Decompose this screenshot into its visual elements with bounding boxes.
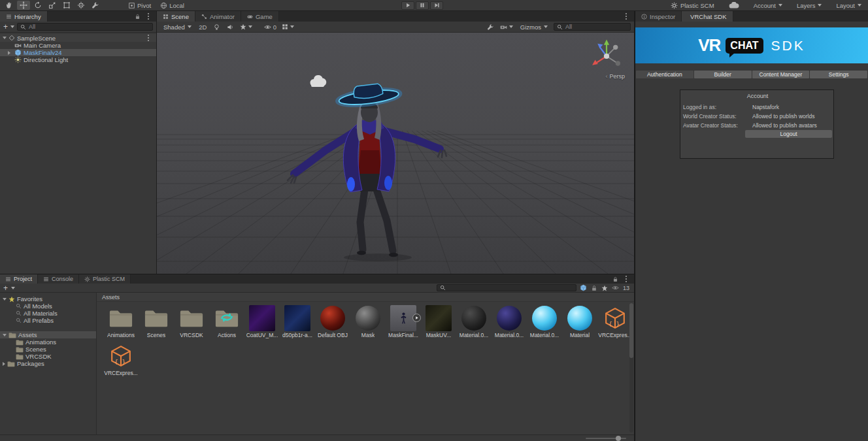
scale-tool-button[interactable] [46,1,59,10]
scene-lighting-toggle[interactable] [211,22,222,31]
asset-item[interactable]: MaskFinal... [386,305,421,342]
cloud-gizmo-icon[interactable] [310,75,327,87]
asset-item[interactable]: d50pb1r-a... [280,305,315,342]
scene-tools-button[interactable] [485,22,496,31]
packages-row[interactable]: Packages [0,360,96,367]
pause-button[interactable] [416,1,429,10]
folder-row[interactable]: Animations [0,338,96,346]
view-tab[interactable]: Game [241,11,279,22]
bottom-tab[interactable]: Project [0,274,38,284]
collapse-arrow-icon[interactable] [3,334,7,336]
rect-tool-button[interactable] [60,1,73,10]
scrollbar-thumb[interactable] [629,303,633,358]
sdk-tab[interactable]: Settings [810,71,867,78]
expand-arrow-icon[interactable] [7,51,12,55]
create-object-button[interactable]: + [3,24,8,30]
inspector-tab[interactable]: Inspector [635,11,682,22]
scene-menu-icon[interactable] [148,37,149,39]
account-dropdown[interactable]: Account [751,1,785,10]
preview-play-badge[interactable] [412,314,421,322]
layers-dropdown[interactable]: Layers [794,1,825,10]
panel-menu-icon[interactable] [148,16,149,17]
play-button[interactable] [401,1,414,10]
asset-item[interactable]: VRCExpres... [103,343,139,380]
inspector-tab[interactable]: VRChat SDK [682,11,733,22]
asset-item[interactable]: Actions [209,305,244,342]
pivot-toggle[interactable]: Pivot [125,1,154,10]
slider-knob[interactable] [616,436,621,441]
scene-row[interactable]: SampleScene [0,34,156,42]
asset-item[interactable]: Mask [350,305,386,342]
layout-dropdown[interactable]: Layout [833,1,864,10]
move-tool-button[interactable] [17,1,30,10]
folder-row[interactable]: VRCSDK [0,353,96,360]
grid-settings-dropdown[interactable] [280,22,295,31]
scene-audio-toggle[interactable] [225,22,236,31]
scene-search[interactable]: All [554,23,631,31]
asset-item[interactable]: CoatUV_M... [244,305,280,342]
custom-tool-button[interactable] [89,1,102,10]
favorites-item[interactable]: All Materials [0,310,96,317]
asset-item[interactable]: Default OBJ [315,305,350,342]
asset-item[interactable]: Animations [103,305,139,342]
sdk-tab[interactable]: Authentication [636,71,693,78]
persp-label[interactable]: ‹Persp [605,73,625,80]
gizmos-dropdown[interactable]: Gizmos [517,22,551,31]
asset-item[interactable]: Material.0... [456,305,492,342]
plastic-scm-button[interactable]: Plastic SCM [668,1,717,10]
shading-mode-dropdown[interactable]: Shaded [160,22,195,31]
tab-hierarchy[interactable]: Hierarchy [0,11,48,22]
asset-item[interactable]: Material.0... [527,305,562,342]
package-icon[interactable] [580,284,587,291]
hierarchy-item[interactable]: Main Camera [0,42,156,49]
effects-dropdown[interactable] [239,22,254,31]
asset-item[interactable]: VRCExpres... [597,305,633,342]
assets-folder-row[interactable]: Assets [0,331,96,338]
sdk-tab[interactable]: Content Manager [752,71,810,78]
favorites-item[interactable]: All Prefabs [0,317,96,324]
thumbnail-size-slider[interactable] [586,438,626,439]
vertical-scrollbar[interactable] [629,303,633,433]
cloud-services-button[interactable] [726,1,742,10]
project-search[interactable] [437,284,576,291]
camera-settings-dropdown[interactable] [499,22,514,31]
view-tab[interactable]: Animator [195,11,241,22]
transform-tool-button[interactable] [75,1,88,10]
expand-arrow-icon[interactable] [3,362,5,366]
panel-menu-icon[interactable] [626,278,627,280]
bottom-tab[interactable]: Plastic SCM [79,274,131,284]
asset-item[interactable]: MaskUV... [421,305,456,342]
lock-icon[interactable] [612,276,618,282]
chevron-down-icon[interactable] [11,287,15,289]
hidden-objects-toggle[interactable]: 0 [263,22,278,31]
orientation-gizmo[interactable] [586,35,627,77]
step-button[interactable] [430,1,443,10]
bottom-tab[interactable]: Console [38,274,79,284]
panel-menu-icon[interactable] [626,16,627,17]
hierarchy-item[interactable]: MaskFinalv24 [0,49,156,56]
collapse-arrow-icon[interactable] [3,298,7,301]
eye-icon[interactable] [612,284,619,291]
asset-item[interactable]: VRCSDK [174,305,209,342]
hierarchy-search[interactable]: All [17,23,153,31]
asset-item[interactable]: Material [562,305,597,342]
rotate-tool-button[interactable] [31,1,44,10]
lock-icon[interactable] [135,14,141,20]
create-asset-button[interactable]: + [3,285,8,291]
sdk-tab[interactable]: Builder [694,71,752,78]
favorites-item[interactable]: All Models [0,302,96,310]
folder-row[interactable]: Scenes [0,346,96,353]
hand-tool-button[interactable] [3,1,16,10]
collapse-arrow-icon[interactable] [3,37,7,39]
asset-item[interactable]: Scenes [139,305,174,342]
view-tab[interactable]: Scene [157,11,195,22]
local-toggle[interactable]: Local [158,1,187,10]
logout-button[interactable]: Logout [745,130,832,138]
2d-toggle[interactable]: 2D [197,22,209,31]
favorites-row[interactable]: Favorites [0,295,96,302]
favorites-star-icon[interactable] [601,285,608,291]
asset-item[interactable]: Material.0... [492,305,527,342]
scene-viewport[interactable]: ‹Persp [157,33,634,274]
chevron-down-icon[interactable] [10,25,14,28]
lock-icon[interactable] [591,285,597,291]
